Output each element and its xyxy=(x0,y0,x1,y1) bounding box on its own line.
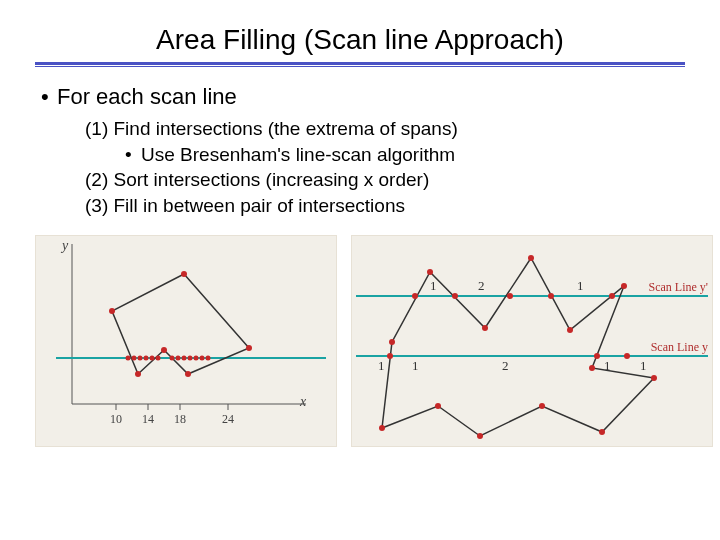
figure-left-svg xyxy=(36,236,336,446)
bullet-main: •For each scan line xyxy=(41,84,685,110)
seg-up-3: 1 xyxy=(577,278,584,294)
step-1a-text: Use Bresenham's line-scan algorithm xyxy=(141,144,455,165)
svg-point-40 xyxy=(539,403,545,409)
ylabel: y xyxy=(62,238,68,254)
svg-point-22 xyxy=(182,355,187,360)
tick-10: 10 xyxy=(110,412,122,427)
svg-point-31 xyxy=(389,339,395,345)
step-1: (1) Find intersections (the extrema of s… xyxy=(85,116,685,142)
scan-line-y-label: Scan Line y xyxy=(651,340,708,355)
seg-up-1: 1 xyxy=(430,278,437,294)
step-3: (3) Fill in between pair of intersection… xyxy=(85,193,685,219)
seg-up-2: 2 xyxy=(478,278,485,294)
svg-point-48 xyxy=(387,353,393,359)
svg-point-11 xyxy=(161,347,167,353)
svg-point-47 xyxy=(609,293,615,299)
svg-point-13 xyxy=(109,308,115,314)
svg-point-38 xyxy=(651,375,657,381)
svg-point-44 xyxy=(452,293,458,299)
svg-point-33 xyxy=(482,325,488,331)
svg-point-24 xyxy=(194,355,199,360)
svg-point-42 xyxy=(435,403,441,409)
svg-point-15 xyxy=(132,355,137,360)
svg-point-35 xyxy=(567,327,573,333)
svg-point-32 xyxy=(427,269,433,275)
svg-point-37 xyxy=(589,365,595,371)
svg-marker-29 xyxy=(382,258,654,436)
xlabel: x xyxy=(300,394,306,410)
svg-point-30 xyxy=(379,425,385,431)
svg-point-21 xyxy=(176,355,181,360)
seg-lo-4: 1 xyxy=(604,358,611,374)
svg-point-43 xyxy=(412,293,418,299)
svg-point-12 xyxy=(135,371,141,377)
figure-left: y x 10 14 18 24 xyxy=(35,235,337,447)
figure-right: Scan Line y' Scan Line y 1 2 1 1 1 2 1 1 xyxy=(351,235,713,447)
svg-point-16 xyxy=(138,355,143,360)
svg-point-19 xyxy=(156,355,161,360)
bullet-main-text: For each scan line xyxy=(57,84,237,109)
svg-point-23 xyxy=(188,355,193,360)
svg-point-17 xyxy=(144,355,149,360)
svg-point-41 xyxy=(477,433,483,439)
svg-point-50 xyxy=(624,353,630,359)
svg-point-46 xyxy=(548,293,554,299)
step-2: (2) Sort intersections (increasing x ord… xyxy=(85,167,685,193)
tick-18: 18 xyxy=(174,412,186,427)
svg-point-45 xyxy=(507,293,513,299)
svg-point-8 xyxy=(181,271,187,277)
seg-lo-1: 1 xyxy=(378,358,385,374)
svg-point-25 xyxy=(200,355,205,360)
svg-point-14 xyxy=(126,355,131,360)
svg-point-49 xyxy=(594,353,600,359)
svg-point-9 xyxy=(246,345,252,351)
step-1a: •Use Bresenham's line-scan algorithm xyxy=(125,142,685,168)
tick-24: 24 xyxy=(222,412,234,427)
svg-point-36 xyxy=(621,283,627,289)
slide-title: Area Filling (Scan line Approach) xyxy=(35,24,685,56)
seg-lo-2: 1 xyxy=(412,358,419,374)
seg-lo-5: 1 xyxy=(640,358,647,374)
svg-point-26 xyxy=(206,355,211,360)
svg-point-18 xyxy=(150,355,155,360)
tick-14: 14 xyxy=(142,412,154,427)
svg-point-10 xyxy=(185,371,191,377)
svg-point-34 xyxy=(528,255,534,261)
scan-line-yprime-label: Scan Line y' xyxy=(649,280,708,295)
svg-point-39 xyxy=(599,429,605,435)
title-ruler xyxy=(35,62,685,66)
seg-lo-3: 2 xyxy=(502,358,509,374)
svg-point-20 xyxy=(170,355,175,360)
